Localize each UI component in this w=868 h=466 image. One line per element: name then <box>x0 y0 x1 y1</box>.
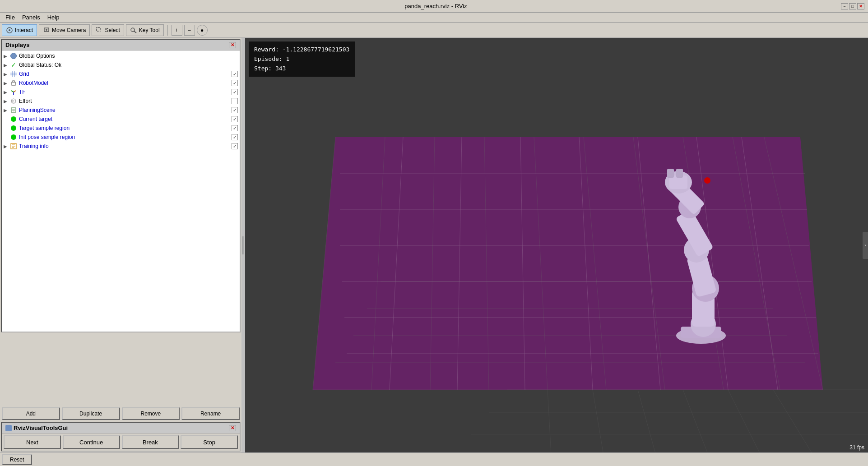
3d-scene: Reward: -1.1228677719621503 Episode: 1 S… <box>245 38 868 452</box>
duplicate-button[interactable]: Duplicate <box>62 407 120 420</box>
svg-point-5 <box>131 28 135 32</box>
select-button[interactable]: Select <box>92 24 124 36</box>
display-item-global-status[interactable]: ▶ ✓ Global Status: Ok <box>2 60 240 69</box>
menu-panels[interactable]: Panels <box>19 13 44 22</box>
rviz-panel-icon <box>5 425 12 431</box>
display-item-grid[interactable]: ▶ Grid <box>2 69 240 78</box>
toolbar-minus-button[interactable]: − <box>184 25 195 36</box>
stop-button[interactable]: Stop <box>181 435 238 449</box>
effort-checkbox[interactable] <box>232 98 238 104</box>
add-button[interactable]: Add <box>2 407 60 420</box>
toolbar-circle-button[interactable]: ● <box>197 25 208 36</box>
displays-title: Displays <box>5 42 29 48</box>
expand-arrow-robot: ▶ <box>4 81 10 86</box>
move-camera-button[interactable]: Move Camera <box>39 24 90 36</box>
next-button[interactable]: Next <box>4 435 61 449</box>
close-button[interactable]: ✕ <box>857 3 864 9</box>
planning-scene-label: PlanningScene <box>19 107 232 113</box>
interact-button[interactable]: Interact <box>2 24 37 36</box>
bottom-bar: Reset <box>0 452 868 466</box>
init-pose-icon <box>10 134 17 141</box>
reset-button[interactable]: Reset <box>2 454 32 465</box>
svg-point-3 <box>46 29 47 31</box>
menu-file[interactable]: File <box>2 13 19 22</box>
displays-header: Displays ✕ <box>2 40 240 51</box>
displays-close-button[interactable]: ✕ <box>229 42 236 48</box>
display-item-training-info[interactable]: ▶ Training info <box>2 142 240 151</box>
menu-help[interactable]: Help <box>44 13 63 22</box>
global-status-label: Global Status: Ok <box>19 62 238 68</box>
toolbar-sep-1 <box>167 25 168 36</box>
interact-icon <box>6 27 13 34</box>
toolbar-plus-button[interactable]: + <box>172 25 182 36</box>
toolbar: Interact Move Camera Select Key Tool + − <box>0 23 868 38</box>
robot-model-checkbox[interactable] <box>232 80 238 86</box>
svg-rect-69 <box>667 169 674 178</box>
effort-label: Effort <box>19 98 232 104</box>
grid-svg <box>245 38 868 452</box>
svg-rect-70 <box>676 169 683 178</box>
svg-text:E: E <box>12 100 14 103</box>
action-buttons: Add Duplicate Remove Rename <box>0 406 241 422</box>
target-sample-checkbox[interactable] <box>232 125 238 131</box>
rviz-panel-close-button[interactable]: ✕ <box>229 425 236 431</box>
splitter-handle <box>242 236 244 254</box>
expand-arrow-effort: ▶ <box>4 99 10 104</box>
display-item-effort[interactable]: ▶ E Effort <box>2 97 240 106</box>
display-item-tf[interactable]: ▶ TF <box>2 88 240 97</box>
viewport[interactable]: Reward: -1.1228677719621503 Episode: 1 S… <box>245 38 868 452</box>
displays-list: ▶ Global Options ▶ ✓ Global Status: Ok ▶ <box>2 51 240 332</box>
expand-arrow-tf: ▶ <box>4 90 10 95</box>
init-pose-label: Init pose sample region <box>19 134 232 140</box>
display-item-global-options[interactable]: ▶ Global Options <box>2 51 240 60</box>
select-icon <box>96 27 103 34</box>
empty-area <box>0 333 241 406</box>
fps-overlay: 31 fps <box>849 444 864 451</box>
training-info-checkbox[interactable] <box>232 143 238 149</box>
right-collapse-handle[interactable]: › <box>863 232 868 259</box>
planning-scene-checkbox[interactable] <box>232 107 238 113</box>
svg-line-6 <box>134 31 136 33</box>
displays-panel: Displays ✕ ▶ Global Options ▶ ✓ Global S… <box>1 39 241 332</box>
target-sample-icon <box>10 125 17 132</box>
rename-button[interactable]: Rename <box>181 407 240 420</box>
panel-splitter[interactable] <box>241 38 245 452</box>
main-area: Displays ✕ ▶ Global Options ▶ ✓ Global S… <box>0 38 868 452</box>
window-title: panda_reach.rviz - RViz <box>31 3 841 9</box>
expand-arrow-global-status: ▶ <box>4 63 10 68</box>
init-pose-checkbox[interactable] <box>232 134 238 140</box>
global-options-label: Global Options <box>19 53 238 59</box>
continue-button[interactable]: Continue <box>63 435 120 449</box>
window-controls: − □ ✕ <box>841 3 864 9</box>
display-item-current-target[interactable]: ▶ Current target <box>2 115 240 124</box>
display-item-init-pose[interactable]: ▶ Init pose sample region <box>2 133 240 142</box>
grid-label: Grid <box>19 71 232 77</box>
grid-checkbox[interactable] <box>232 71 238 77</box>
info-overlay: Reward: -1.1228677719621503 Episode: 1 S… <box>249 42 355 77</box>
maximize-button[interactable]: □ <box>849 3 856 9</box>
key-tool-label: Key Tool <box>139 27 160 33</box>
expand-arrow-grid: ▶ <box>4 72 10 77</box>
key-tool-button[interactable]: Key Tool <box>126 24 164 36</box>
display-item-target-sample[interactable]: ▶ Target sample region <box>2 124 240 133</box>
tf-checkbox[interactable] <box>232 89 238 95</box>
training-info-label: Training info <box>19 143 232 149</box>
collapse-arrow-icon: › <box>864 243 866 248</box>
globe-icon <box>10 52 17 60</box>
minimize-button[interactable]: − <box>841 3 848 9</box>
move-camera-icon <box>43 27 50 34</box>
svg-rect-12 <box>13 81 14 82</box>
current-target-checkbox[interactable] <box>232 116 238 122</box>
break-button[interactable]: Break <box>122 435 179 449</box>
grid-icon <box>10 70 17 78</box>
remove-button[interactable]: Remove <box>122 407 180 420</box>
effort-icon: E <box>10 97 17 105</box>
fps-text: 31 fps <box>849 444 864 451</box>
reward-text: Reward: -1.1228677719621503 <box>254 45 349 55</box>
robot-icon <box>10 79 17 87</box>
rviz-control-buttons: Next Continue Break Stop <box>2 434 240 451</box>
training-info-icon <box>10 143 17 150</box>
display-item-planning-scene[interactable]: ▶ PlanningScene <box>2 106 240 115</box>
display-item-robot-model[interactable]: ▶ RobotModel <box>2 78 240 88</box>
svg-point-71 <box>704 177 710 184</box>
